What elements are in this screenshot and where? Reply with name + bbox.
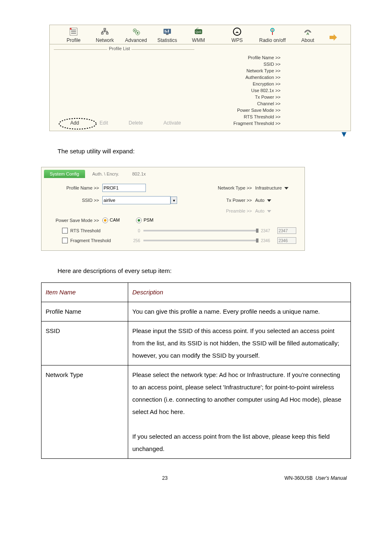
ssid-label: SSID >> <box>50 198 102 203</box>
descriptions-text: Here are descriptions of every setup ite… <box>58 267 334 274</box>
toolbar-about[interactable]: A About <box>292 27 323 43</box>
rts-min: 0 <box>124 229 140 233</box>
statistics-icon <box>162 27 172 37</box>
svg-point-8 <box>137 32 138 34</box>
toolbar-wmm[interactable]: QoS WMM <box>183 27 214 43</box>
table-row: SSID Please input the SSID of this acces… <box>42 321 351 365</box>
activate-button[interactable]: Activate <box>159 119 185 127</box>
tab-system-config[interactable]: System Config <box>44 170 85 178</box>
toolbar-next[interactable] <box>323 27 342 43</box>
toolbar-statistics[interactable]: Statistics <box>152 27 183 43</box>
toolbar-profile[interactable]: Profile <box>58 27 89 43</box>
about-icon: A <box>303 27 313 37</box>
toolbar-radio[interactable]: Radio on/off <box>253 27 292 43</box>
expand-arrow-icon[interactable]: ▼ <box>340 130 348 138</box>
rts-threshold-label: RTS Threshold <box>70 228 124 233</box>
edit-button[interactable]: Edit <box>95 119 112 127</box>
info-ssid: SSID >> <box>263 62 281 67</box>
info-power-save: Power Save Mode >> <box>237 108 281 113</box>
psm-cam-radio[interactable]: CAM <box>102 217 120 223</box>
wmm-icon: QoS <box>194 27 203 37</box>
svg-rect-10 <box>165 30 166 32</box>
svg-rect-13 <box>166 34 168 35</box>
sysconfig-tabs: System Config Auth. \ Encry. 802.1x <box>42 167 304 178</box>
frag-slider[interactable] <box>143 240 258 241</box>
frag-value-input[interactable] <box>277 237 296 244</box>
svg-point-18 <box>272 30 273 31</box>
gear-icon <box>131 27 141 37</box>
table-row: Profile Name You can give this profile a… <box>42 302 351 321</box>
radio-icon <box>267 27 277 37</box>
rts-value-input[interactable] <box>277 227 296 234</box>
add-button[interactable]: Add <box>66 119 83 127</box>
svg-point-6 <box>134 30 136 31</box>
psm-label: Power Save Mode >> <box>50 218 102 223</box>
info-encryption: Encryption >> <box>253 81 281 86</box>
svg-rect-12 <box>168 30 169 32</box>
network-icon <box>100 27 110 37</box>
info-fragment: Fragment Threshold >> <box>233 121 281 126</box>
profile-name-label: Profile Name >> <box>50 185 102 190</box>
row-desc: You can give this profile a name. Every … <box>128 302 351 321</box>
row-desc: Please select the network type: Ad hoc o… <box>128 365 351 459</box>
profile-name-input[interactable] <box>102 184 146 192</box>
toolbar-network[interactable]: Network <box>89 27 120 43</box>
svg-rect-11 <box>166 31 167 32</box>
table-row: Network Type Please select the network t… <box>42 365 351 459</box>
rts-max: 2347 <box>261 229 273 233</box>
svg-rect-1 <box>71 30 76 30</box>
info-authentication: Authentication >> <box>245 75 281 80</box>
network-type-select[interactable]: Infrastructure <box>255 185 296 190</box>
svg-rect-3 <box>71 33 76 34</box>
description-table: Item Name Description Profile Name You c… <box>41 282 351 459</box>
page-number: 23 <box>162 475 167 481</box>
tab-auth-encry[interactable]: Auth. \ Encry. <box>87 170 125 178</box>
info-profile-name: Profile Name >> <box>248 55 280 60</box>
arrow-right-icon <box>328 32 338 42</box>
info-tx-power: Tx Power >> <box>255 95 280 99</box>
profile-panel: Profile List Add Edit Delete Activate Pr… <box>49 44 351 131</box>
fragment-threshold-checkbox[interactable] <box>62 238 68 243</box>
preamble-label: Preamble >> <box>211 208 255 213</box>
tab-8021x[interactable]: 802.1x <box>127 170 152 178</box>
system-config-panel: System Config Auth. \ Encry. 802.1x Prof… <box>41 167 305 251</box>
profile-icon <box>69 27 78 37</box>
profile-list: Profile List Add Edit Delete Activate <box>54 44 194 127</box>
table-header-item: Item Name <box>42 283 128 302</box>
tx-power-label: Tx Power >> <box>211 198 255 203</box>
wps-icon <box>232 27 242 37</box>
info-rts: RTS Threshold >> <box>244 114 280 119</box>
network-type-label: Network Type >> <box>211 185 255 190</box>
table-header-desc: Description <box>128 283 351 302</box>
frag-min: 256 <box>124 238 140 243</box>
main-toolbar: Profile Network Advanced Statistics QoS … <box>49 25 351 44</box>
row-item: Network Type <box>42 365 128 459</box>
rts-slider[interactable] <box>143 230 258 231</box>
toolbar-wps[interactable]: WPS <box>221 27 253 43</box>
row-item: SSID <box>42 321 128 365</box>
toolbar-advanced[interactable]: Advanced <box>120 27 152 43</box>
profile-list-label: Profile List <box>107 46 131 51</box>
preamble-select: Auto <box>255 208 296 213</box>
svg-text:QoS: QoS <box>196 30 201 34</box>
row-desc: Please input the SSID of this access poi… <box>128 321 351 365</box>
delete-button[interactable]: Delete <box>125 119 147 127</box>
svg-text:A: A <box>307 32 309 36</box>
row-item: Profile Name <box>42 302 128 321</box>
ssid-dropdown-arrow[interactable]: ▾ <box>171 197 177 204</box>
svg-rect-4 <box>70 28 71 30</box>
footer-title: WN-360USB User's Manual <box>284 475 347 481</box>
svg-rect-2 <box>71 31 76 32</box>
fragment-threshold-label: Fragment Threshold <box>70 238 124 243</box>
rts-threshold-checkbox[interactable] <box>62 228 68 234</box>
profile-info: Profile Name >> SSID >> Network Type >> … <box>194 44 346 127</box>
page-footer: 23 WN-360USB User's Manual <box>41 475 351 481</box>
expand-text: The setup utility will expand: <box>58 148 334 155</box>
info-network-type: Network Type >> <box>247 68 281 73</box>
frag-max: 2346 <box>261 238 273 243</box>
svg-rect-19 <box>272 32 273 35</box>
psm-psm-radio[interactable]: PSM <box>136 217 153 223</box>
tx-power-select[interactable]: Auto <box>255 198 296 203</box>
ssid-input[interactable] <box>102 196 171 204</box>
info-use-8021x: Use 802.1x >> <box>251 88 281 93</box>
